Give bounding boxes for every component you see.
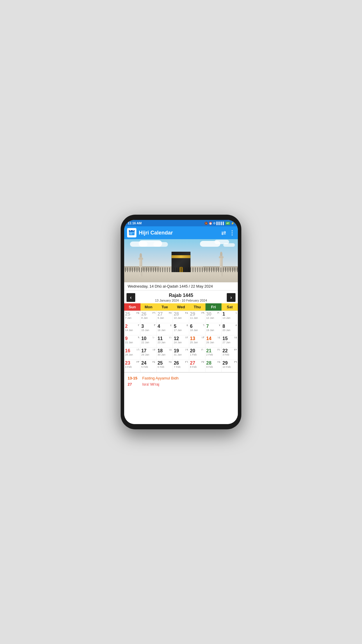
- calendar-cell[interactable]: ٢٧278 Feb: [189, 360, 205, 372]
- calendar-cell[interactable]: ٢214 Jan: [124, 323, 140, 335]
- cell-hijri-number: ٤: [170, 324, 172, 327]
- phone-frame: 11:16 AM 🔕 ⏰ ⚙ ▌▌▌▌ 47 ⚡: [121, 215, 241, 429]
- calendar-cell[interactable]: ١٢1224 Jan: [173, 335, 189, 348]
- calendar-cell[interactable]: ٣٠3012 Jan: [205, 311, 222, 323]
- cell-gregorian-date: 10 Feb: [222, 366, 237, 369]
- cell-gregorian-date: 13 Jan: [222, 317, 237, 320]
- cell-day-number: 8: [222, 324, 225, 329]
- calendar-cell[interactable]: ٢٠201 Feb: [189, 348, 205, 360]
- cell-day-number: 28: [206, 360, 212, 365]
- cell-hijri-number: ٢٧: [201, 360, 204, 363]
- cell-hijri-number: ٢٣: [136, 360, 139, 363]
- event-item[interactable]: 27Isra' Mi'raj: [128, 381, 234, 387]
- cell-gregorian-date: 14 Jan: [125, 329, 139, 332]
- calendar-cell[interactable]: ٢٩2910 Feb: [222, 360, 238, 372]
- calendar-header: ‹ Rajab 1445 13 January 2024 - 10 Februa…: [124, 290, 238, 303]
- cell-day-number: 27: [190, 360, 195, 365]
- cell-gregorian-date: 4 Feb: [125, 366, 139, 369]
- cell-gregorian-date: 7 Jan: [125, 317, 139, 320]
- calendar-cell[interactable]: ٢٦267 Feb: [173, 360, 189, 372]
- cell-day-number: 25: [157, 360, 163, 365]
- cell-hijri-number: ٢٩: [234, 360, 237, 363]
- header-image: [124, 239, 238, 282]
- cell-hijri-number: ١٧: [152, 348, 155, 351]
- cell-gregorian-date: 24 Jan: [174, 341, 188, 344]
- calendar-month-title: Rajab 1445: [155, 293, 207, 298]
- cell-hijri-number: ٢٧: [169, 312, 172, 314]
- calendar-cell[interactable]: ١١1123 Jan: [157, 335, 173, 348]
- calendar-cell[interactable]: ١٤1426 Jan: [205, 335, 222, 348]
- calendar-cell[interactable]: ٢٥257 Jan: [124, 311, 140, 323]
- events-section: 13-15Fasting Ayyamul Bidh27Isra' Mi'raj: [124, 372, 238, 424]
- calendar-cell[interactable]: ١113 Jan: [222, 311, 238, 323]
- calendar-cell[interactable]: ٢٧279 Jan: [157, 311, 173, 323]
- calendar-cell[interactable]: ٢٤245 Feb: [140, 360, 157, 372]
- calendar-cell[interactable]: ٥517 Jan: [173, 323, 189, 335]
- calendar-cell[interactable]: ٢٢223 Feb: [222, 348, 238, 360]
- cell-gregorian-date: 15 Jan: [141, 329, 156, 332]
- calendar-cell[interactable]: ٢٨289 Feb: [205, 360, 222, 372]
- calendar-cell[interactable]: ٩921 Jan: [124, 335, 140, 348]
- event-item[interactable]: 13-15Fasting Ayyamul Bidh: [128, 375, 234, 381]
- cell-day-number: 17: [141, 348, 147, 353]
- cell-hijri-number: ٢٠: [201, 348, 204, 351]
- calendar-cell[interactable]: ١٥1527 Jan: [222, 335, 238, 348]
- calendar-cell[interactable]: ٤416 Jan: [157, 323, 173, 335]
- calendar-cell[interactable]: ٢٨2810 Jan: [173, 311, 189, 323]
- cell-gregorian-date: 31 Jan: [174, 354, 188, 356]
- svg-rect-6: [133, 232, 133, 233]
- cell-hijri-number: ٢١: [217, 348, 220, 351]
- calendar-cell[interactable]: ٧719 Jan: [205, 323, 222, 335]
- swap-icon[interactable]: ⇄: [221, 229, 226, 236]
- calendar-cell[interactable]: ٦618 Jan: [189, 323, 205, 335]
- cell-day-number: 5: [174, 324, 176, 329]
- cell-day-number: 22: [222, 348, 228, 353]
- cell-gregorian-date: 8 Jan: [141, 317, 156, 320]
- cell-gregorian-date: 25 Jan: [190, 341, 204, 344]
- calendar-cell[interactable]: ٨820 Jan: [222, 323, 238, 335]
- cell-gregorian-date: 17 Jan: [174, 329, 188, 332]
- cell-day-number: 3: [141, 324, 144, 329]
- app-bar-actions: ⇄ ⋮: [221, 229, 235, 236]
- calendar-cell[interactable]: ١٠1022 Jan: [140, 335, 157, 348]
- next-month-button[interactable]: ›: [227, 293, 236, 302]
- cell-gregorian-date: 29 Jan: [141, 354, 156, 356]
- cell-hijri-number: ١٤: [217, 336, 220, 339]
- calendar-cell[interactable]: ١٧1729 Jan: [140, 348, 157, 360]
- cell-hijri-number: ١٣: [201, 336, 204, 339]
- prev-month-button[interactable]: ‹: [126, 293, 135, 302]
- cell-gregorian-date: 9 Feb: [206, 366, 221, 369]
- cell-day-number: 2: [125, 324, 128, 329]
- day-header-tue: Tue: [157, 303, 173, 311]
- today-date-text: Wednesday, 14 Dhū al-Qadah 1445 / 22 May…: [128, 284, 213, 288]
- cell-day-number: 27: [157, 312, 163, 316]
- calendar-cell[interactable]: ١٩1931 Jan: [173, 348, 189, 360]
- cell-day-number: 9: [125, 336, 128, 341]
- pilgrims: [124, 267, 238, 272]
- calendar-cell[interactable]: ١٦1628 Jan: [124, 348, 140, 360]
- settings-icon: ⚙: [213, 222, 216, 225]
- day-header-sun: Sun: [124, 303, 140, 311]
- calendar-cell[interactable]: ٢٦268 Jan: [140, 311, 157, 323]
- cell-hijri-number: ٢: [138, 324, 139, 327]
- cell-hijri-number: ١٢: [185, 336, 188, 339]
- cell-day-number: 19: [174, 348, 179, 353]
- svg-rect-8: [131, 234, 132, 234]
- cell-gregorian-date: 16 Jan: [157, 329, 172, 332]
- menu-icon[interactable]: ⋮: [229, 229, 235, 236]
- calendar-cell[interactable]: ٢٣234 Feb: [124, 360, 140, 372]
- cell-hijri-number: ٢٦: [185, 360, 188, 363]
- calendar-cell[interactable]: ١٨1830 Jan: [157, 348, 173, 360]
- cell-gregorian-date: 1 Feb: [190, 354, 204, 356]
- calendar-cell[interactable]: ١٣1325 Jan: [189, 335, 205, 348]
- cell-hijri-number: ٢٦: [152, 312, 155, 314]
- event-date: 27: [128, 382, 139, 386]
- status-time: 11:16 AM: [128, 221, 142, 225]
- calendar-cell[interactable]: ٢٩2911 Jan: [189, 311, 205, 323]
- calendar-cell[interactable]: ٢١212 Feb: [205, 348, 222, 360]
- svg-rect-7: [130, 234, 131, 234]
- event-name: Fasting Ayyamul Bidh: [142, 376, 179, 380]
- calendar-cell[interactable]: ٣315 Jan: [140, 323, 157, 335]
- calendar-greg-range: 13 January 2024 - 10 February 2024: [155, 299, 207, 302]
- calendar-cell[interactable]: ٢٥256 Feb: [157, 360, 173, 372]
